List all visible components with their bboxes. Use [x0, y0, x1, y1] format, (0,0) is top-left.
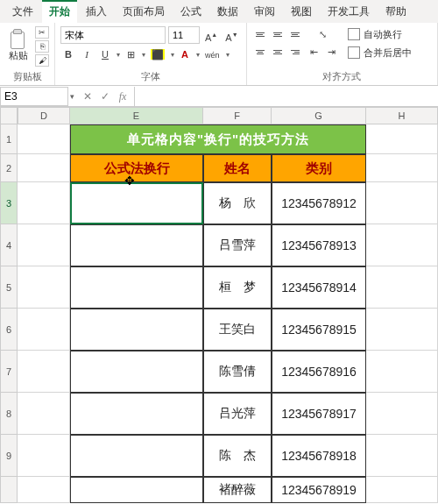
wrap-text-button[interactable]: 自动换行	[345, 26, 414, 42]
cell-f3[interactable]: 杨 欣	[203, 182, 272, 224]
cell-d8[interactable]	[18, 393, 70, 435]
cell-h7[interactable]	[366, 351, 438, 393]
cell-header-f[interactable]: 姓名	[203, 154, 272, 182]
increase-indent-button[interactable]: ⇥	[324, 44, 340, 60]
fill-color-button[interactable]: ⬛	[148, 46, 167, 62]
cell-e5[interactable]	[70, 266, 203, 309]
cancel-formula-button[interactable]: ✕	[80, 89, 95, 104]
italic-button[interactable]: I	[79, 46, 95, 62]
paste-button[interactable]: 粘贴	[5, 26, 32, 63]
cell-h3[interactable]	[366, 182, 438, 224]
increase-font-button[interactable]: A▲	[202, 27, 220, 43]
cell-h9[interactable]	[366, 435, 438, 477]
namebox-dropdown-icon[interactable]: ▾	[70, 92, 74, 101]
font-color-button[interactable]: A	[177, 46, 193, 62]
align-right-button[interactable]	[287, 44, 303, 60]
decrease-indent-button[interactable]: ⇤	[307, 44, 322, 60]
cell-g6[interactable]: 12345678915	[272, 309, 366, 351]
row-header-2[interactable]: 2	[0, 154, 18, 182]
cell-h8[interactable]	[366, 393, 438, 435]
format-painter-button[interactable]: 🖌	[35, 54, 49, 67]
cell-d1[interactable]	[18, 124, 70, 154]
row-header-5[interactable]: 5	[0, 266, 18, 309]
cell-g4[interactable]: 12345678913	[272, 224, 366, 266]
decrease-font-button[interactable]: A▼	[223, 27, 240, 43]
align-center-button[interactable]	[270, 44, 286, 60]
font-name-select[interactable]	[60, 26, 166, 44]
row-header-6[interactable]: 6	[0, 309, 18, 351]
col-header-h[interactable]: H	[366, 107, 438, 124]
cell-d6[interactable]	[18, 309, 70, 351]
cell-g7[interactable]: 12345678916	[272, 351, 366, 393]
col-header-g[interactable]: G	[272, 107, 366, 124]
row-header-7[interactable]: 7	[0, 351, 18, 393]
row-header-1[interactable]: 1	[0, 124, 18, 154]
cell-h2[interactable]	[366, 154, 438, 182]
cell-f5[interactable]: 桓 梦	[203, 266, 272, 309]
cell-e4[interactable]	[70, 224, 203, 266]
copy-button[interactable]: ⎘	[35, 40, 49, 53]
col-header-e[interactable]: E	[70, 107, 203, 124]
tab-view[interactable]: 视图	[284, 0, 319, 23]
bold-button[interactable]: B	[60, 46, 76, 62]
cell-g5[interactable]: 12345678914	[272, 266, 366, 309]
tab-dev[interactable]: 开发工具	[321, 0, 377, 23]
orientation-button[interactable]: ⤡	[307, 26, 340, 42]
cell-e7[interactable]	[70, 351, 203, 393]
cell-e3[interactable]	[70, 182, 203, 224]
cell-g8[interactable]: 12345678917	[272, 393, 366, 435]
align-left-button[interactable]	[252, 44, 268, 60]
cell-header-e[interactable]: 公式法换行	[70, 154, 203, 182]
tab-file[interactable]: 文件	[5, 0, 40, 23]
cut-button[interactable]: ✂	[35, 26, 49, 39]
tab-help[interactable]: 帮助	[378, 0, 413, 23]
cell-f4[interactable]: 吕雪萍	[203, 224, 272, 266]
select-all-corner[interactable]	[0, 107, 18, 124]
cell-f8[interactable]: 吕光萍	[203, 393, 272, 435]
col-header-f[interactable]: F	[203, 107, 272, 124]
cell-d9[interactable]	[18, 435, 70, 477]
cell-e8[interactable]	[70, 393, 203, 435]
tab-layout[interactable]: 页面布局	[116, 0, 172, 23]
row-header-3[interactable]: 3	[0, 182, 18, 224]
cell-d10[interactable]	[18, 477, 70, 503]
cell-e9[interactable]	[70, 435, 203, 477]
align-bottom-button[interactable]	[287, 26, 303, 42]
cell-h6[interactable]	[366, 309, 438, 351]
tab-formula[interactable]: 公式	[173, 0, 208, 23]
borders-button[interactable]: ⊞	[123, 46, 138, 62]
name-box[interactable]	[0, 87, 68, 106]
cell-d7[interactable]	[18, 351, 70, 393]
tab-data[interactable]: 数据	[210, 0, 245, 23]
cell-h10[interactable]	[366, 477, 438, 503]
cell-f7[interactable]: 陈雪倩	[203, 351, 272, 393]
row-header-4[interactable]: 4	[0, 224, 18, 266]
tab-review[interactable]: 审阅	[247, 0, 282, 23]
cell-d4[interactable]	[18, 224, 70, 266]
cell-d3[interactable]	[18, 182, 70, 224]
enter-formula-button[interactable]: ✓	[97, 89, 113, 104]
cell-g3[interactable]: 12345678912	[272, 182, 366, 224]
row-header-8[interactable]: 8	[0, 393, 18, 435]
tab-home[interactable]: 开始	[42, 0, 77, 23]
cell-f10[interactable]: 褚醉薇	[203, 477, 272, 503]
cell-g10[interactable]: 12345678919	[272, 477, 366, 503]
cell-e6[interactable]	[70, 309, 203, 351]
cell-d2[interactable]	[18, 154, 70, 182]
align-top-button[interactable]	[252, 26, 268, 42]
cell-g9[interactable]: 12345678918	[272, 435, 366, 477]
underline-button[interactable]: U	[97, 46, 113, 62]
cell-f9[interactable]: 陈 杰	[203, 435, 272, 477]
tab-insert[interactable]: 插入	[79, 0, 114, 23]
cell-title[interactable]: 单元格内容"换行"的技巧方法	[70, 124, 366, 154]
cell-h5[interactable]	[366, 266, 438, 309]
cell-h1[interactable]	[366, 124, 438, 154]
fx-button[interactable]: fx	[115, 89, 131, 104]
align-middle-button[interactable]	[270, 26, 286, 42]
formula-input[interactable]	[134, 87, 438, 106]
merge-center-button[interactable]: 合并后居中	[345, 45, 414, 60]
cell-header-g[interactable]: 类别	[272, 154, 366, 182]
font-size-select[interactable]	[168, 26, 200, 44]
row-header-10[interactable]	[0, 477, 18, 503]
col-header-d[interactable]: D	[18, 107, 70, 124]
